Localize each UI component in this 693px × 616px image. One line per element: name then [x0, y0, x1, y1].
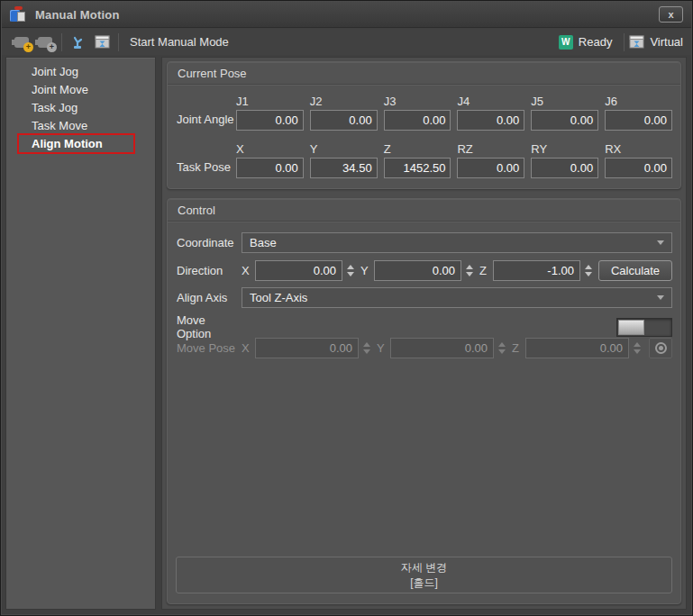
task-pose-row: Task Pose X 0.00 Y 34.50 Z 1452.50	[177, 142, 672, 178]
sidebar-item-joint-move[interactable]: Joint Move	[6, 81, 155, 99]
virtual-mode-icon	[629, 35, 644, 49]
toolbar-separator	[118, 33, 119, 51]
task-field-name: X	[236, 142, 304, 158]
task-field-ry: RY 0.00	[531, 142, 598, 178]
spin-down-icon	[498, 349, 506, 354]
target-icon	[655, 342, 667, 354]
direction-z-group: Z	[479, 260, 598, 281]
direction-y-spinner[interactable]	[464, 265, 475, 276]
task-field-x: X 0.00	[236, 142, 304, 178]
direction-z-input[interactable]	[493, 260, 580, 281]
spin-down-icon	[363, 349, 370, 354]
pose-change-line1: 자세 변경	[401, 560, 447, 575]
start-manual-mode-label: Start Manual Mode	[130, 35, 229, 49]
direction-y-label: Y	[360, 264, 374, 277]
joint-field-j5: J5 0.00	[531, 95, 598, 131]
app-icon-page	[17, 12, 25, 22]
task-field-value: 0.00	[457, 158, 524, 178]
direction-x-spinner[interactable]	[345, 265, 356, 276]
direction-x-label: X	[242, 264, 255, 277]
direction-label: Direction	[177, 264, 242, 277]
calculate-button[interactable]: Calculate	[598, 260, 672, 281]
direction-y-group: Y	[360, 260, 479, 281]
direction-x-input[interactable]	[255, 260, 342, 281]
sidebar-item-task-move[interactable]: Task Move	[6, 117, 155, 135]
align-axis-row: Align Axis Tool Z-Axis	[177, 287, 672, 308]
servo-on-button[interactable]: +	[10, 32, 33, 53]
ready-state-icon: W	[559, 35, 573, 50]
sidebar-item-align-motion[interactable]: Align Motion	[6, 135, 155, 153]
current-pose-group: Current Pose Joint Angle J1 0.00 J2 0.00…	[167, 61, 681, 189]
joint-angle-fields: J1 0.00 J2 0.00 J3 0.00 J4 0.00	[236, 95, 672, 131]
move-pose-label: Move Pose	[177, 341, 242, 355]
spin-down-icon	[347, 272, 354, 276]
joint-angle-row: Joint Angle J1 0.00 J2 0.00 J3 0.00	[177, 95, 672, 131]
joint-field-j3: J3 0.00	[384, 95, 451, 131]
direction-z-spinner[interactable]	[583, 265, 594, 276]
joint-field-j1: J1 0.00	[236, 95, 304, 131]
joint-field-name: J6	[605, 95, 672, 110]
manual-motion-window: Manual Motion x + +	[0, 0, 693, 616]
move-pose-x-label: X	[242, 341, 255, 355]
sidebar-item-joint-jog[interactable]: Joint Jog	[6, 63, 155, 81]
motion-mode-sidebar: Joint Jog Joint Move Task Jog Task Move …	[5, 57, 156, 610]
toggle-knob	[618, 320, 644, 335]
title-bar: Manual Motion x	[2, 2, 691, 28]
direction-y-input[interactable]	[374, 260, 461, 281]
spin-down-icon	[585, 272, 592, 276]
move-pose-y-label: Y	[377, 341, 390, 355]
move-pose-row: Move Pose X Y Z	[177, 338, 672, 358]
align-axis-label: Align Axis	[177, 291, 242, 304]
servo-on-icon: +	[14, 37, 29, 48]
move-pose-z-label: Z	[512, 341, 525, 355]
task-field-rz: RZ 0.00	[457, 142, 524, 178]
joint-field-name: J2	[310, 95, 378, 110]
task-field-rx: RX 0.00	[605, 142, 672, 178]
task-field-value: 0.00	[531, 158, 598, 178]
move-option-toggle[interactable]	[616, 318, 672, 337]
coordinate-label: Coordinate	[177, 236, 242, 249]
spin-down-icon	[634, 349, 641, 354]
joint-field-value: 0.00	[384, 110, 451, 131]
joint-field-j4: J4 0.00	[457, 95, 524, 131]
task-pose-fields: X 0.00 Y 34.50 Z 1452.50 RZ 0.00	[236, 142, 672, 178]
spin-up-icon	[363, 342, 370, 347]
pose-change-line2: [홀드]	[410, 575, 438, 591]
servo-off-button[interactable]: +	[33, 32, 57, 53]
task-field-z: Z 1452.50	[384, 142, 451, 178]
task-field-value: 0.00	[605, 158, 672, 178]
spin-up-icon	[585, 265, 592, 269]
joint-field-j6: J6 0.00	[605, 95, 672, 131]
get-current-pose-button	[649, 338, 672, 358]
chevron-down-icon	[657, 295, 664, 300]
simulator-window-button[interactable]	[90, 32, 114, 53]
pose-change-hold-button[interactable]: 자세 변경 [홀드]	[176, 557, 672, 593]
spin-up-icon	[634, 342, 641, 347]
joint-field-value: 0.00	[457, 110, 524, 131]
joint-field-j2: J2 0.00	[310, 95, 378, 131]
task-field-value: 34.50	[310, 158, 378, 178]
app-icon	[10, 7, 27, 23]
move-pose-y-input	[390, 338, 494, 358]
toolbar-separator	[61, 33, 62, 51]
ready-status-label: Ready	[579, 35, 613, 49]
spin-down-icon	[466, 272, 473, 276]
joint-field-name: J5	[531, 95, 598, 110]
move-pose-x-spinner	[361, 342, 372, 354]
joint-field-value: 0.00	[531, 110, 598, 131]
align-axis-value: Tool Z-Axis	[250, 291, 307, 304]
content-panel: Current Pose Joint Angle J1 0.00 J2 0.00…	[161, 57, 687, 610]
coordinate-row: Coordinate Base	[177, 232, 672, 253]
sidebar-item-task-jog[interactable]: Task Jog	[6, 99, 155, 117]
sidebar-item-label: Align Motion	[32, 137, 103, 150]
align-axis-select[interactable]: Tool Z-Axis	[242, 287, 672, 308]
close-button[interactable]: x	[659, 6, 683, 23]
spin-up-icon	[466, 265, 473, 269]
spin-up-icon	[347, 265, 354, 269]
coordinate-select[interactable]: Base	[242, 232, 672, 253]
spin-up-icon	[498, 342, 506, 347]
control-title: Control	[168, 199, 680, 222]
robot-arm-icon	[71, 35, 86, 50]
robot-arm-button[interactable]	[67, 32, 90, 53]
direction-z-label: Z	[479, 264, 493, 277]
